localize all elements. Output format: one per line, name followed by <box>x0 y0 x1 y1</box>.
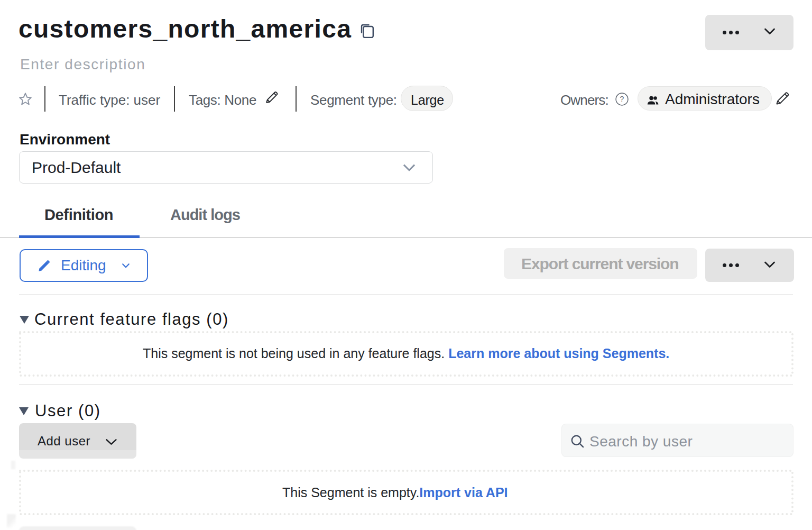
svg-text:?: ? <box>620 95 624 103</box>
